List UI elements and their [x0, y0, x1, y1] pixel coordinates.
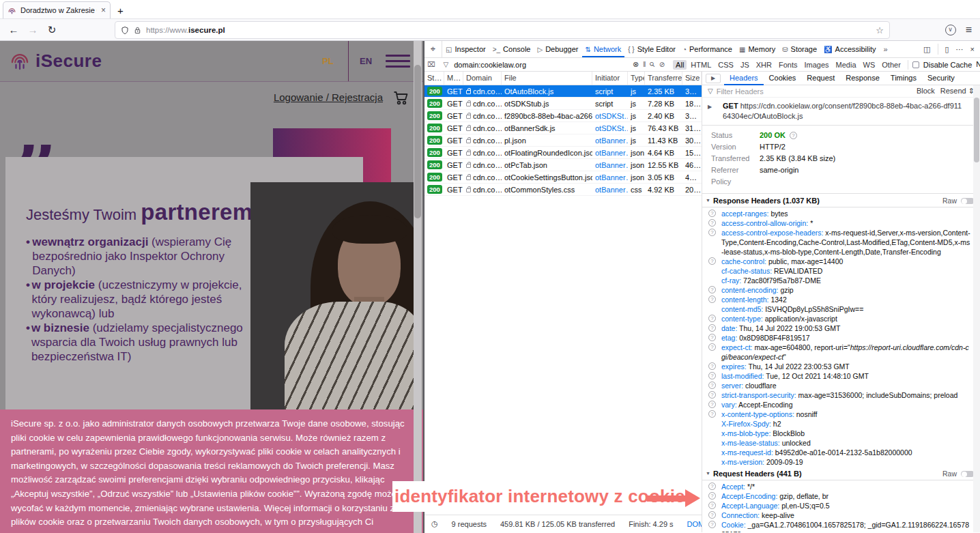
- request-url-line[interactable]: ▶ GET https://cdn.cookielaw.org/consent/…: [702, 98, 980, 126]
- back-icon[interactable]: ←: [4, 24, 23, 35]
- collapse-triangle-icon[interactable]: ▼: [706, 194, 710, 207]
- details-tab-response[interactable]: Response: [840, 72, 885, 85]
- cart-icon[interactable]: [392, 89, 409, 106]
- initiator-link[interactable]: otBanner…: [595, 161, 628, 169]
- help-icon[interactable]: ?: [708, 410, 716, 418]
- expand-triangle-icon[interactable]: ▶: [708, 102, 712, 112]
- collapse-triangle-icon[interactable]: ▼: [706, 467, 710, 480]
- devtools-tab-storage[interactable]: ⛁Storage: [779, 41, 820, 57]
- network-request-row[interactable]: 200GETcdn.co…otCookieSettingsButton.json…: [424, 171, 702, 184]
- raw-toggle[interactable]: [961, 471, 975, 477]
- column-header-domain[interactable]: Domain: [463, 72, 502, 85]
- help-icon[interactable]: ?: [708, 334, 716, 341]
- request-headers-section[interactable]: ▼ Request Headers (441 B) Raw: [702, 467, 980, 480]
- help-icon[interactable]: ?: [708, 362, 716, 370]
- lock-icon[interactable]: [134, 26, 141, 35]
- details-scrollbar[interactable]: [973, 85, 980, 532]
- column-header-transferred[interactable]: Transferred: [645, 72, 682, 85]
- language-en-button[interactable]: EN: [360, 56, 372, 66]
- help-icon[interactable]: ?: [708, 502, 716, 509]
- pocket-icon[interactable]: ∨: [945, 25, 956, 35]
- filter-chip-css[interactable]: CSS: [715, 60, 736, 70]
- help-icon[interactable]: ?: [708, 324, 716, 332]
- filter-chip-all[interactable]: All: [673, 60, 687, 70]
- filter-chip-ws[interactable]: WS: [861, 60, 878, 70]
- devtools-close-icon[interactable]: ×: [970, 45, 975, 53]
- header-row[interactable]: ?vary: Accept-Encoding: [702, 400, 980, 409]
- disable-cache-checkbox[interactable]: [912, 61, 919, 68]
- devtools-tab-console[interactable]: >_Console: [489, 41, 534, 57]
- shield-icon[interactable]: [121, 26, 129, 35]
- details-tab-cookies[interactable]: Cookies: [764, 72, 802, 85]
- response-headers-section[interactable]: ▼ Response Headers (1.037 KB) Raw: [702, 194, 980, 207]
- header-row[interactable]: ?accept-ranges: bytes: [702, 209, 980, 218]
- column-header-size[interactable]: Size: [682, 72, 702, 85]
- network-request-row[interactable]: 200GETcdn.co…pl.jsonotBanner…js11.43 KB3…: [424, 134, 702, 147]
- network-request-row[interactable]: 200GETcdn.co…otFloatingRoundedIcon.jsono…: [424, 147, 702, 159]
- disable-cache-label[interactable]: Disable Cache: [923, 61, 972, 69]
- header-row[interactable]: ?expires: Thu, 14 Jul 2022 23:00:53 GMT: [702, 362, 980, 371]
- headers-filter-input[interactable]: Filter Headers: [717, 87, 764, 96]
- help-icon[interactable]: ?: [708, 521, 716, 528]
- filter-chip-xhr[interactable]: XHR: [753, 60, 775, 70]
- help-icon[interactable]: ?: [790, 132, 797, 139]
- help-icon[interactable]: ?: [708, 315, 716, 322]
- initiator-link[interactable]: otBanner…: [595, 136, 628, 145]
- bookmark-star-icon[interactable]: ☆: [876, 25, 884, 35]
- pause-icon[interactable]: ‖: [643, 61, 646, 68]
- network-request-row[interactable]: 200GETcdn.co…otBannerSdk.jsotSDKSt…js76.…: [424, 122, 702, 134]
- throttling-select[interactable]: No Throttling ⇕: [976, 60, 980, 69]
- header-row[interactable]: ?cache-control: public, max-age=14400: [702, 257, 980, 266]
- header-row[interactable]: ?Accept-Encoding: gzip, deflate, br: [702, 491, 980, 501]
- filter-query-input[interactable]: domain:cookielaw.org: [454, 61, 526, 69]
- header-row[interactable]: ?content-encoding: gzip: [702, 285, 980, 295]
- forward-icon[interactable]: →: [23, 24, 42, 35]
- devtools-menu-icon[interactable]: ⋯: [956, 45, 964, 54]
- devtools-tab-style-editor[interactable]: { }Style Editor: [624, 41, 679, 57]
- help-icon[interactable]: ?: [708, 391, 716, 399]
- clear-requests-icon[interactable]: ⌧: [427, 61, 435, 68]
- help-icon[interactable]: ?: [708, 511, 716, 519]
- column-header-m[interactable]: M…: [444, 72, 463, 85]
- details-tab-timings[interactable]: Timings: [885, 72, 922, 85]
- filter-chip-media[interactable]: Media: [833, 60, 859, 70]
- help-icon[interactable]: ?: [708, 286, 716, 293]
- header-row[interactable]: ?access-control-expose-headers: x-ms-req…: [702, 228, 980, 257]
- devtools-tab-inspector[interactable]: ◱Inspector: [442, 41, 489, 57]
- help-icon[interactable]: ?: [708, 381, 716, 389]
- language-pl-button[interactable]: PL: [322, 56, 334, 66]
- header-row[interactable]: ?Accept: */*: [702, 482, 980, 491]
- element-picker-icon[interactable]: ⌖: [424, 41, 442, 57]
- header-row[interactable]: ?last-modified: Tue, 12 Oct 2021 14:48:1…: [702, 371, 980, 381]
- header-row[interactable]: ?expect-ct: max-age=604800, report-uri="…: [702, 343, 980, 362]
- header-row[interactable]: cf-ray: 72ac80f79f5a7b87-DME: [702, 276, 980, 285]
- network-request-row[interactable]: 200GETcdn.co…otSDKStub.jsscriptjs7.28 KB…: [424, 98, 702, 110]
- details-tab-request[interactable]: Request: [801, 72, 840, 85]
- details-tab-headers[interactable]: Headers: [724, 72, 764, 85]
- filter-chip-other[interactable]: Other: [879, 60, 904, 70]
- network-request-row[interactable]: 200GETcdn.co…otCommonStyles.cssotBanner……: [424, 184, 702, 196]
- help-icon[interactable]: ?: [708, 372, 716, 379]
- clear-filter-icon[interactable]: ⊗: [633, 60, 639, 69]
- header-row[interactable]: ?date: Thu, 14 Jul 2022 19:00:53 GMT: [702, 323, 980, 333]
- devtools-tab-memory[interactable]: ▦Memory: [736, 41, 779, 57]
- initiator-link[interactable]: otBanner…: [595, 149, 628, 157]
- column-header-file[interactable]: File: [502, 72, 592, 85]
- filter-chip-fonts[interactable]: Fonts: [776, 60, 801, 70]
- help-icon[interactable]: ?: [708, 219, 716, 227]
- header-row[interactable]: ?Accept-Language: pl,en-US;q=0.5: [702, 501, 980, 510]
- header-row[interactable]: x-ms-blob-type: BlockBlob: [702, 429, 980, 438]
- header-row[interactable]: x-ms-lease-status: unlocked: [702, 438, 980, 448]
- column-header-type[interactable]: Type: [628, 72, 645, 85]
- devtools-tab-debugger[interactable]: ▷Debugger: [534, 41, 581, 57]
- header-row[interactable]: x-ms-version: 2009-09-19: [702, 457, 980, 467]
- header-row[interactable]: ?Cookie: _ga=GA1.2.704861004.1657825178;…: [702, 520, 980, 532]
- initiator-link[interactable]: otSDKSt…: [595, 112, 628, 120]
- help-icon[interactable]: ?: [708, 401, 716, 408]
- new-tab-button[interactable]: +: [117, 5, 124, 18]
- tab-close-icon[interactable]: ×: [101, 5, 106, 15]
- initiator-link[interactable]: otBanner…: [595, 186, 628, 194]
- header-row[interactable]: ?server: cloudflare: [702, 381, 980, 390]
- header-row[interactable]: ?strict-transport-security: max-age=3153…: [702, 390, 980, 400]
- initiator-link[interactable]: otBanner…: [595, 173, 628, 182]
